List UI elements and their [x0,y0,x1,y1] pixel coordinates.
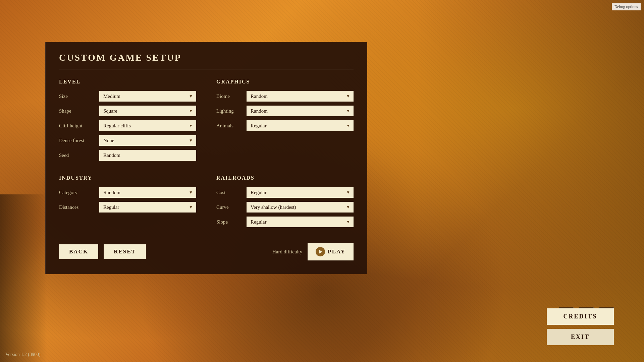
dense-forest-select[interactable]: None Little Regular Lots [99,135,196,146]
seed-label: Seed [59,153,96,158]
shape-row: Shape Square Rectangle Irregular ▼ [59,106,196,116]
lighting-select[interactable]: Random Day Dusk Night [247,106,354,116]
shape-select-wrapper: Square Rectangle Irregular ▼ [99,106,196,116]
shape-label: Shape [59,108,96,114]
size-select[interactable]: Medium Small Large [99,91,196,102]
cost-row: Cost Regular Cheap Expensive ▼ [216,187,354,198]
dense-forest-row: Dense forest None Little Regular Lots ▼ [59,135,196,146]
cliff-height-label: Cliff height [59,123,96,129]
exit-button[interactable]: EXIT [547,329,614,345]
play-button[interactable]: PLAY [308,243,354,260]
dense-forest-label: Dense forest [59,138,96,143]
slope-row: Slope Regular Gentle Steep ▼ [216,217,354,227]
railroads-section-title: RAILROADS [216,175,354,181]
debug-options-button[interactable]: Debug options [612,3,641,10]
animals-row: Animals Regular None Many ▼ [216,120,354,131]
size-row: Size Medium Small Large ▼ [59,91,196,102]
slope-label: Slope [216,219,243,225]
curve-row: Curve Very shallow (hardest) Shallow Reg… [216,202,354,213]
biome-select-wrapper: Random Temperate Desert Arctic ▼ [247,91,354,102]
cliff-height-select[interactable]: Regular cliffs Low cliffs High cliffs No… [99,120,196,131]
cliff-height-select-wrapper: Regular cliffs Low cliffs High cliffs No… [99,120,196,131]
dense-forest-select-wrapper: None Little Regular Lots ▼ [99,135,196,146]
reset-button[interactable]: RESET [104,244,146,259]
difficulty-label: Hard difficulty [272,249,302,255]
distances-select-wrapper: Regular Short Long ▼ [99,202,196,213]
slope-select[interactable]: Regular Gentle Steep [247,217,354,227]
seed-input[interactable] [99,150,196,161]
top-sections-row: LEVEL Size Medium Small Large ▼ Shape Sq… [59,79,354,165]
graphics-section: GRAPHICS Biome Random Temperate Desert A… [216,79,354,165]
curve-select[interactable]: Very shallow (hardest) Shallow Regular S… [247,202,354,213]
cliff-height-row: Cliff height Regular cliffs Low cliffs H… [59,120,196,131]
play-triangle-icon [319,250,322,254]
curve-label: Curve [216,204,243,210]
biome-select[interactable]: Random Temperate Desert Arctic [247,91,354,102]
size-select-wrapper: Medium Small Large ▼ [99,91,196,102]
biome-row: Biome Random Temperate Desert Arctic ▼ [216,91,354,102]
slope-select-wrapper: Regular Gentle Steep ▼ [247,217,354,227]
distances-select[interactable]: Regular Short Long [99,202,196,213]
bottom-sections-row: INDUSTRY Category Random Forest Coal Ste… [59,175,354,231]
shape-select[interactable]: Square Rectangle Irregular [99,106,196,116]
category-select-wrapper: Random Forest Coal Steel ▼ [99,187,196,198]
category-label: Category [59,190,96,195]
play-label: PLAY [328,248,345,255]
size-label: Size [59,94,96,99]
cost-label: Cost [216,190,243,195]
curve-select-wrapper: Very shallow (hardest) Shallow Regular S… [247,202,354,213]
distances-label: Distances [59,204,96,210]
cost-select[interactable]: Regular Cheap Expensive [247,187,354,198]
level-section-title: LEVEL [59,79,196,85]
industry-section-title: INDUSTRY [59,175,196,181]
cost-select-wrapper: Regular Cheap Expensive ▼ [247,187,354,198]
category-row: Category Random Forest Coal Steel ▼ [59,187,196,198]
credits-button[interactable]: CREDITS [547,308,614,325]
play-icon [316,247,325,256]
graphics-section-title: GRAPHICS [216,79,354,85]
biome-label: Biome [216,94,243,99]
animals-select[interactable]: Regular None Many [247,120,354,131]
lighting-select-wrapper: Random Day Dusk Night ▼ [247,106,354,116]
industry-section: INDUSTRY Category Random Forest Coal Ste… [59,175,196,231]
bottom-bar: BACK RESET Hard difficulty PLAY [59,243,354,260]
bottom-right-container: CREDITS EXIT [547,308,614,345]
railroads-section: RAILROADS Cost Regular Cheap Expensive ▼… [216,175,354,231]
animals-select-wrapper: Regular None Many ▼ [247,120,354,131]
custom-game-dialog: CUSTOM GAME SETUP LEVEL Size Medium Smal… [45,42,367,274]
lighting-row: Lighting Random Day Dusk Night ▼ [216,106,354,116]
back-button[interactable]: BACK [59,244,98,259]
bg-left-overlay [0,194,47,362]
lighting-label: Lighting [216,108,243,114]
title-divider [59,69,354,69]
category-select[interactable]: Random Forest Coal Steel [99,187,196,198]
distances-row: Distances Regular Short Long ▼ [59,202,196,213]
animals-label: Animals [216,123,243,129]
seed-row: Seed [59,150,196,161]
version-label: Version 1.2 (3900) [5,352,41,357]
dialog-title: CUSTOM GAME SETUP [59,52,354,63]
level-section: LEVEL Size Medium Small Large ▼ Shape Sq… [59,79,196,165]
